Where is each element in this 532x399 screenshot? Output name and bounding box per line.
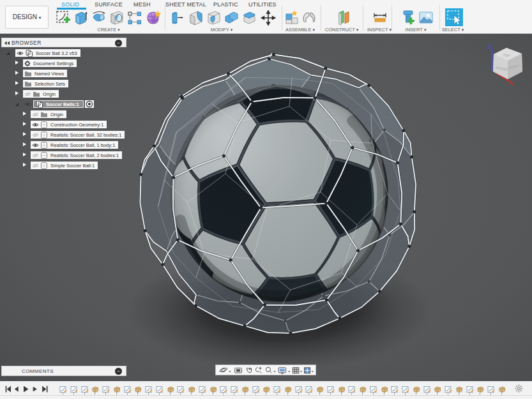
- svg-text:Z: Z: [488, 43, 492, 50]
